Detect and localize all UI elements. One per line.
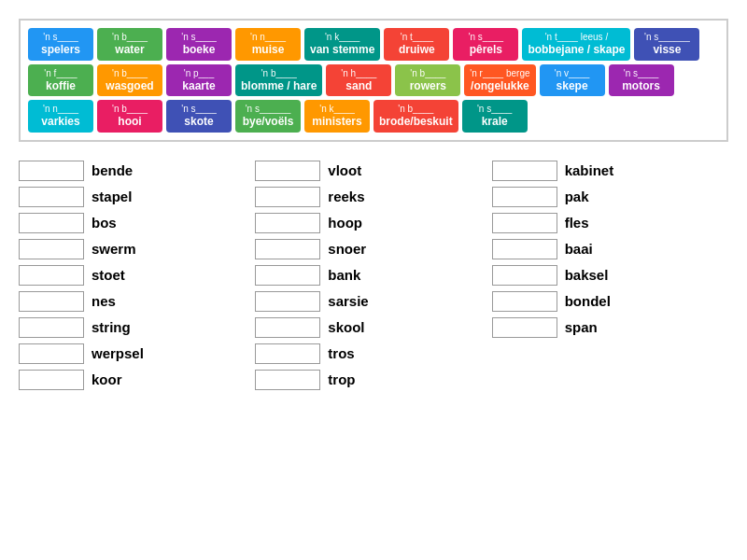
tag-item[interactable]: 'n s____spelers xyxy=(28,28,93,61)
tag-item[interactable]: 'n b____rowers xyxy=(395,64,460,97)
tag-item[interactable]: 'n r____ berge/ongelukke xyxy=(464,64,535,97)
word-label: kabinet xyxy=(565,162,614,178)
word-label: bos xyxy=(92,215,117,231)
word-label: hoop xyxy=(328,215,362,231)
word-row: vloot xyxy=(255,161,491,181)
word-label: baai xyxy=(565,241,593,257)
word-label: stapel xyxy=(92,189,132,204)
word-row: snoer xyxy=(255,239,491,259)
word-label: trop xyxy=(328,371,355,387)
word-row: bos xyxy=(19,213,255,233)
answer-input-0-6[interactable] xyxy=(19,317,84,338)
answer-input-2-1[interactable] xyxy=(492,187,557,207)
tag-item[interactable]: 'n s____krale xyxy=(462,100,528,133)
tag-item[interactable]: 'n n____muise xyxy=(235,28,301,61)
word-row: bende xyxy=(19,161,255,181)
word-row: stapel xyxy=(19,187,255,207)
answer-input-2-3[interactable] xyxy=(492,239,557,259)
word-row: baai xyxy=(492,239,728,259)
answer-input-0-3[interactable] xyxy=(19,239,84,259)
tag-item[interactable]: 'n b____blomme / hare xyxy=(235,64,322,97)
tag-item[interactable]: 'n t____ leeus /bobbejane / skape xyxy=(522,28,630,61)
word-label: bondel xyxy=(565,293,611,309)
answer-input-2-5[interactable] xyxy=(492,291,557,312)
word-column-2: kabinetpakflesbaaibakselbondelspan xyxy=(492,161,728,396)
word-row: koor xyxy=(19,370,255,390)
word-row: werpsel xyxy=(19,343,255,364)
word-row: trop xyxy=(255,370,491,390)
word-label: pak xyxy=(565,189,589,204)
word-column-0: bendestapelbosswermstoetnesstringwerpsel… xyxy=(19,161,255,396)
tag-item[interactable]: 'n k____ministers xyxy=(304,100,370,133)
tag-item[interactable]: 'n b____wasgoed xyxy=(97,64,162,97)
tag-item[interactable]: 'n h____sand xyxy=(326,64,391,97)
word-row: fles xyxy=(492,213,728,233)
answer-input-0-1[interactable] xyxy=(19,187,84,207)
answer-input-0-8[interactable] xyxy=(19,370,84,390)
answer-input-0-0[interactable] xyxy=(19,161,84,181)
tag-item[interactable]: 'n t____druiwe xyxy=(384,28,449,61)
word-label: baksel xyxy=(565,267,609,283)
tag-item[interactable]: 'n s______bye/voëls xyxy=(235,100,301,133)
answer-input-1-8[interactable] xyxy=(255,370,320,390)
answer-input-0-4[interactable] xyxy=(19,265,84,286)
answer-input-0-5[interactable] xyxy=(19,291,84,312)
answer-input-1-3[interactable] xyxy=(255,239,320,259)
word-label: bende xyxy=(92,162,133,178)
word-row: string xyxy=(19,317,255,338)
tag-item[interactable]: 'n b____water xyxy=(97,28,162,61)
word-label: snoer xyxy=(328,241,366,257)
tag-item[interactable]: 'n s____motors xyxy=(609,64,674,97)
tag-item[interactable]: 'n s____boeke xyxy=(166,28,232,61)
answer-input-1-6[interactable] xyxy=(255,317,320,338)
word-row: bank xyxy=(255,265,491,286)
word-label: reeks xyxy=(328,189,364,204)
tag-item[interactable]: 'n b____hooi xyxy=(97,100,162,133)
answer-input-2-2[interactable] xyxy=(492,213,557,233)
tags-container: 'n s____spelers'n b____water'n s____boek… xyxy=(19,19,728,142)
tag-item[interactable]: 'n v____skepe xyxy=(540,64,605,97)
word-row: hoop xyxy=(255,213,491,233)
answer-input-1-0[interactable] xyxy=(255,161,320,181)
answer-input-2-0[interactable] xyxy=(492,161,557,181)
tag-item[interactable]: 'n s____pêrels xyxy=(453,28,518,61)
word-label: bank xyxy=(328,267,360,283)
word-row: swerm xyxy=(19,239,255,259)
word-row: span xyxy=(492,317,728,338)
answer-input-1-4[interactable] xyxy=(255,265,320,286)
answer-input-2-4[interactable] xyxy=(492,265,557,286)
word-row: nes xyxy=(19,291,255,312)
word-label: stoet xyxy=(92,267,125,283)
answer-input-1-5[interactable] xyxy=(255,291,320,312)
word-label: vloot xyxy=(328,162,361,178)
tag-item[interactable]: 'n k____van stemme xyxy=(304,28,380,61)
tag-item[interactable]: 'n s____skote xyxy=(166,100,232,133)
tag-item[interactable]: 'n n____varkies xyxy=(28,100,93,133)
answer-input-1-2[interactable] xyxy=(255,213,320,233)
answer-input-0-7[interactable] xyxy=(19,343,84,364)
answer-input-0-2[interactable] xyxy=(19,213,84,233)
tag-item[interactable]: 'n f____koffie xyxy=(28,64,93,97)
word-row: baksel xyxy=(492,265,728,286)
word-row: reeks xyxy=(255,187,491,207)
word-grid: bendestapelbosswermstoetnesstringwerpsel… xyxy=(19,161,728,396)
answer-input-1-7[interactable] xyxy=(255,343,320,364)
answer-input-1-1[interactable] xyxy=(255,187,320,207)
word-label: werpsel xyxy=(92,345,144,361)
word-label: swerm xyxy=(92,241,136,257)
tag-item[interactable]: 'n p___kaarte xyxy=(166,64,232,97)
word-label: skool xyxy=(328,319,364,335)
word-label: fles xyxy=(565,215,589,231)
word-row: pak xyxy=(492,187,728,207)
word-label: tros xyxy=(328,345,354,361)
word-row: tros xyxy=(255,343,491,364)
tag-item[interactable]: 'n b____brode/beskuit xyxy=(374,100,458,133)
word-row: skool xyxy=(255,317,491,338)
word-label: nes xyxy=(92,293,116,309)
tag-item[interactable]: 'n s______visse xyxy=(634,28,699,61)
word-row: stoet xyxy=(19,265,255,286)
word-row: kabinet xyxy=(492,161,728,181)
word-column-1: vlootreekshoopsnoerbanksarsieskooltrostr… xyxy=(255,161,491,396)
answer-input-2-6[interactable] xyxy=(492,317,557,338)
word-row: bondel xyxy=(492,291,728,312)
